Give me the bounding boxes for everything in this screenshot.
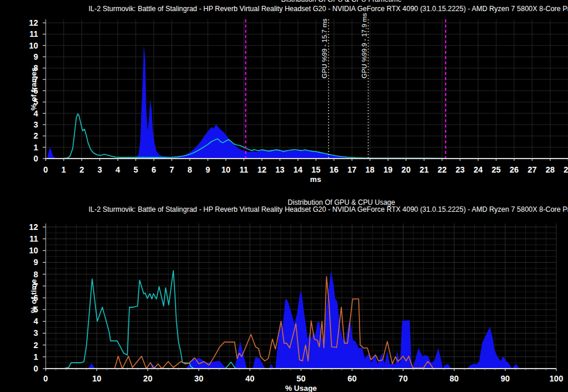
- svg-text:% of frames: % of frames: [29, 67, 38, 111]
- svg-text:29: 29: [564, 165, 568, 174]
- frametime-plot-canvas: GPU %99 - 15.7 msGPU %99.9 - 17.9 ms0123…: [0, 0, 568, 187]
- usage-distribution-chart: Distribution Of GPU & CPU Usage IL-2 Stu…: [0, 198, 568, 392]
- svg-text:0: 0: [43, 374, 48, 383]
- svg-text:10: 10: [221, 165, 231, 174]
- svg-text:15: 15: [312, 165, 321, 174]
- svg-text:20: 20: [143, 374, 153, 383]
- svg-text:14: 14: [293, 165, 303, 174]
- usage-plot-canvas: 01020304050607080901000123456789101112% …: [0, 198, 568, 392]
- svg-text:19: 19: [384, 165, 393, 174]
- svg-text:9: 9: [33, 257, 38, 267]
- svg-text:90: 90: [501, 374, 510, 383]
- svg-text:10: 10: [92, 374, 101, 383]
- svg-text:17: 17: [347, 165, 357, 174]
- svg-text:2: 2: [80, 165, 84, 174]
- svg-text:28: 28: [546, 165, 555, 174]
- svg-text:% of time: % of time: [29, 279, 38, 313]
- svg-text:10: 10: [29, 246, 38, 255]
- svg-text:80: 80: [450, 374, 459, 383]
- svg-text:4: 4: [115, 165, 120, 174]
- svg-text:10: 10: [29, 41, 38, 50]
- svg-text:12: 12: [29, 18, 38, 27]
- svg-text:11: 11: [239, 165, 248, 174]
- svg-text:GPU %99 - 15.7 ms: GPU %99 - 15.7 ms: [321, 18, 328, 78]
- svg-text:16: 16: [330, 165, 339, 174]
- svg-text:20: 20: [402, 165, 411, 174]
- svg-text:9: 9: [206, 165, 210, 174]
- frametime-distribution-chart: Distribution Of GPU & CPU Frametime IL-2…: [0, 0, 568, 187]
- svg-text:1: 1: [33, 143, 38, 152]
- svg-text:8: 8: [33, 270, 38, 279]
- svg-text:% Usage: % Usage: [285, 384, 317, 392]
- svg-text:26: 26: [509, 165, 519, 174]
- svg-text:70: 70: [399, 374, 408, 383]
- svg-text:50: 50: [296, 374, 306, 383]
- svg-text:12: 12: [257, 165, 266, 174]
- svg-text:0: 0: [33, 364, 38, 373]
- svg-text:12: 12: [29, 222, 38, 232]
- svg-text:5: 5: [134, 165, 138, 174]
- svg-text:2: 2: [33, 341, 38, 350]
- svg-text:ms: ms: [310, 175, 321, 184]
- svg-text:40: 40: [245, 374, 255, 383]
- svg-text:13: 13: [275, 165, 285, 174]
- svg-text:23: 23: [456, 165, 465, 174]
- svg-text:11: 11: [29, 29, 38, 39]
- svg-text:18: 18: [365, 165, 375, 174]
- frametime-analysis-window: Distribution Of GPU & CPU Frametime IL-2…: [0, 0, 568, 392]
- svg-text:3: 3: [33, 328, 38, 338]
- svg-text:11: 11: [29, 234, 38, 243]
- svg-text:1: 1: [61, 165, 66, 174]
- svg-text:0: 0: [33, 154, 38, 163]
- svg-text:8: 8: [187, 165, 192, 174]
- svg-text:2: 2: [33, 131, 38, 140]
- svg-text:30: 30: [194, 374, 204, 383]
- svg-text:GPU %99.9 - 17.9 ms: GPU %99.9 - 17.9 ms: [361, 13, 368, 78]
- svg-text:4: 4: [33, 317, 38, 326]
- svg-text:0: 0: [43, 165, 48, 174]
- svg-text:1: 1: [33, 352, 38, 362]
- svg-text:60: 60: [347, 374, 357, 383]
- svg-text:3: 3: [97, 165, 102, 174]
- svg-text:25: 25: [491, 165, 501, 174]
- svg-text:22: 22: [437, 165, 447, 174]
- svg-text:3: 3: [33, 120, 38, 129]
- svg-text:7: 7: [169, 165, 174, 174]
- svg-text:27: 27: [528, 165, 537, 174]
- svg-text:9: 9: [33, 52, 38, 61]
- svg-text:24: 24: [474, 165, 483, 174]
- svg-text:21: 21: [419, 165, 429, 174]
- svg-text:6: 6: [152, 165, 156, 174]
- svg-text:100: 100: [549, 374, 563, 383]
